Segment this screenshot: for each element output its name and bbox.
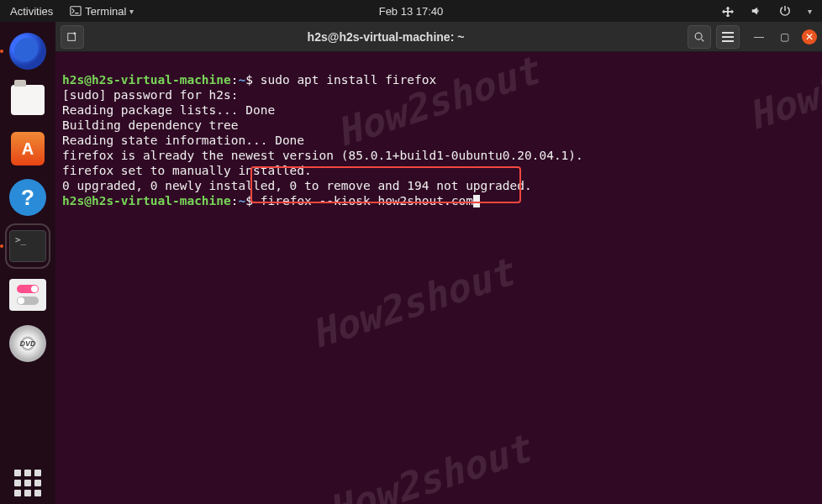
power-indicator[interactable] — [776, 0, 794, 22]
dock-help[interactable]: ? — [7, 176, 49, 218]
command-1: sudo apt install firefox — [261, 73, 437, 87]
firefox-icon — [9, 33, 46, 70]
watermark: How2shout — [747, 52, 822, 124]
hamburger-icon — [722, 32, 734, 42]
clock-label: Feb 13 17:40 — [379, 5, 444, 18]
prompt-sigil: $ — [245, 194, 253, 207]
prompt-user-host: h2s@h2s-virtual-machine — [62, 194, 231, 207]
network-indicator[interactable] — [719, 0, 737, 22]
files-icon — [11, 85, 45, 115]
close-button[interactable]: ✕ — [802, 29, 817, 45]
prompt-sep: : — [231, 73, 239, 87]
output-line: firefox set to manually installed. — [62, 164, 312, 177]
gnome-top-panel: Activities Terminal ▾ Feb 13 17:40 ▾ — [0, 0, 822, 22]
prompt-path: ~ — [239, 194, 246, 207]
terminal-cursor — [473, 195, 480, 207]
window-titlebar: h2s@h2s-virtual-machine: ~ — ▢ ✕ — [55, 22, 822, 52]
terminal-app-icon — [70, 5, 82, 17]
search-button[interactable] — [688, 25, 711, 49]
output-line: 0 upgraded, 0 newly installed, 0 to remo… — [62, 179, 532, 192]
output-line: Building dependency tree — [62, 118, 239, 132]
watermark: How2shout — [310, 264, 514, 343]
terminal-icon — [9, 230, 46, 262]
dvd-icon: DVD — [9, 325, 46, 362]
volume-indicator[interactable] — [747, 0, 766, 22]
menu-button[interactable] — [716, 25, 740, 49]
prompt-user-host: h2s@h2s-virtual-machine — [62, 73, 231, 87]
power-icon — [779, 5, 791, 17]
watermark: How2shout — [327, 440, 531, 504]
terminal-body[interactable]: h2s@h2s-virtual-machine:~$ sudo apt inst… — [55, 52, 822, 504]
software-icon — [11, 132, 45, 165]
prompt-path: ~ — [239, 73, 246, 87]
volume-icon — [751, 5, 762, 17]
activities-button[interactable]: Activities — [7, 0, 56, 22]
output-line: firefox is already the newest version (8… — [62, 149, 583, 162]
app-menu-button[interactable]: Terminal ▾ — [66, 0, 137, 22]
new-tab-button[interactable] — [61, 25, 84, 49]
show-applications-button[interactable] — [7, 462, 49, 504]
dock-dvd[interactable]: DVD — [7, 323, 49, 365]
apps-grid-icon — [11, 466, 45, 500]
clock-button[interactable]: Feb 13 17:40 — [379, 5, 444, 18]
dock-software[interactable] — [7, 128, 49, 170]
maximize-button[interactable]: ▢ — [777, 29, 792, 45]
system-menu-chevron-icon[interactable]: ▾ — [804, 0, 815, 22]
output-line: Reading package lists... Done — [62, 103, 275, 117]
dock-tweaks[interactable] — [7, 274, 49, 316]
network-icon — [722, 5, 734, 17]
dock: ? DVD — [0, 22, 55, 504]
activities-label: Activities — [10, 5, 53, 18]
window-title: h2s@h2s-virtual-machine: ~ — [89, 30, 682, 44]
window-controls: — ▢ ✕ — [751, 29, 817, 45]
dock-terminal[interactable] — [7, 225, 49, 267]
search-icon — [693, 31, 705, 43]
command-2: firefox --kiosk how2shout.com — [261, 194, 473, 207]
toggle-icon — [9, 279, 46, 311]
new-tab-icon — [66, 31, 78, 43]
chevron-down-icon: ▾ — [129, 7, 134, 16]
output-line: [sudo] password for h2s: — [62, 88, 239, 102]
prompt-sigil: $ — [245, 73, 253, 87]
prompt-sep: : — [231, 194, 239, 207]
svg-point-2 — [695, 33, 702, 39]
output-line: Reading state information... Done — [62, 134, 304, 147]
dock-files[interactable] — [7, 79, 49, 121]
help-icon: ? — [9, 179, 46, 216]
terminal-window: h2s@h2s-virtual-machine: ~ — ▢ ✕ h2s@h2s… — [55, 22, 822, 504]
minimize-button[interactable]: — — [751, 29, 767, 45]
svg-rect-0 — [71, 7, 81, 16]
app-menu-label: Terminal — [85, 5, 126, 18]
dock-firefox[interactable] — [7, 30, 49, 72]
